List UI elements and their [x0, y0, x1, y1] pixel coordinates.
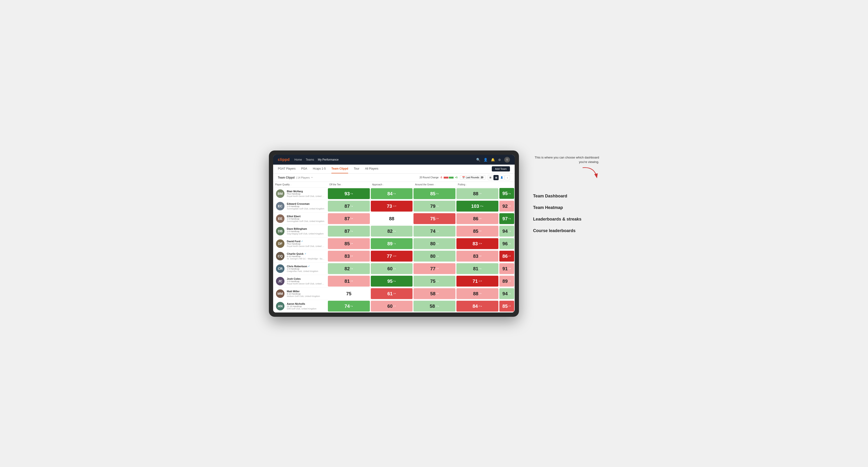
score-delta: 1▲	[436, 230, 439, 232]
score-value: 87	[345, 229, 350, 234]
score-delta: 4▲	[393, 230, 396, 232]
score-box: 801▲	[413, 251, 456, 261]
annotation-items: Team DashboardTeam HeatmapLeaderboards &…	[533, 194, 599, 233]
table-row: CQCharlie Quick✓6-10 HandicapSt. George'…	[273, 250, 515, 262]
score-delta: 4▼	[508, 305, 511, 307]
score-cell-putting: 963▲	[499, 237, 515, 250]
score-value: 85	[502, 304, 507, 309]
score-change: 3▼	[350, 255, 353, 257]
player-avatar[interactable]: DF	[276, 239, 284, 248]
nav-link-myperformance[interactable]: My Performance	[318, 157, 338, 162]
score-delta: 21▲	[478, 305, 483, 307]
score-value: 80	[430, 254, 435, 258]
table-row: EEElliot Ebert1-5 HandicapSunningdale Go…	[273, 212, 515, 225]
player-avatar[interactable]: CQ	[276, 252, 284, 260]
view-grid-button[interactable]: ⊞	[488, 175, 493, 180]
score-change: 15▲	[480, 205, 484, 207]
score-value: 83	[473, 254, 478, 258]
score-change: 2▲	[393, 267, 396, 270]
player-club: Craigmillar Park, United Kingdom	[287, 270, 324, 272]
score-delta: 6▼	[479, 217, 482, 220]
player-handicap: 11-15 Handicap	[287, 305, 324, 308]
view-download-button[interactable]: ↓	[505, 175, 510, 180]
player-avatar[interactable]: JC	[276, 277, 284, 285]
bell-icon[interactable]: 🔔	[491, 158, 495, 161]
score-value: 88	[473, 191, 478, 196]
player-club: Drift Golf Club, United Kingdom	[287, 308, 324, 310]
score-delta: 10▲	[436, 305, 439, 307]
score-change: 3▲	[508, 242, 511, 245]
player-avatar[interactable]: EC	[276, 202, 284, 210]
subnav-pgat[interactable]: PGAT Players	[278, 165, 296, 173]
last-rounds-button[interactable]: 📅 Last Rounds: 20	[460, 175, 486, 180]
settings-icon[interactable]: ⊕	[498, 158, 501, 161]
tablet-screen: clippd Home Teams My Performance 🔍 👤 🔔 ⊕…	[273, 155, 515, 312]
avatar[interactable]: U	[504, 157, 510, 162]
player-cell-9: ANAaron Nicholls11-15 HandicapDrift Golf…	[273, 300, 328, 312]
nav-link-home[interactable]: Home	[294, 157, 302, 162]
sub-nav: PGAT Players PGA Hcaps 1-5 Team Clippd T…	[273, 165, 515, 174]
view-heatmap-button[interactable]: ▦	[493, 175, 499, 180]
verified-icon: ✓	[305, 253, 306, 255]
score-value: 60	[387, 266, 393, 271]
pos-label: +5	[455, 176, 458, 179]
player-club: Sunningdale Golf Club, United Kingdom	[287, 220, 324, 222]
view-person-button[interactable]: 👤	[499, 175, 504, 180]
score-cell-around-green: 853▼	[456, 225, 499, 237]
sort-arrow-player[interactable]: ↓	[290, 184, 291, 186]
score-box: 803▲	[413, 238, 456, 249]
score-value: 61	[387, 291, 393, 296]
subnav-allplayers[interactable]: All Players	[365, 165, 378, 173]
score-value: 83	[472, 241, 478, 246]
nav-bar: clippd Home Teams My Performance 🔍 👤 🔔 ⊕…	[273, 155, 515, 165]
score-box: 873▼	[328, 213, 370, 224]
add-team-button[interactable]: Add Team	[492, 166, 510, 172]
score-change: 1▼	[479, 192, 482, 195]
score-change: 6▲	[393, 192, 396, 195]
score-delta: 3▼	[508, 267, 511, 270]
score-box: 975▲	[499, 213, 514, 224]
score-box: 866▼	[456, 213, 498, 224]
score-cell-approach: 741▲	[413, 225, 456, 237]
profile-icon[interactable]: 👤	[484, 158, 488, 161]
player-avatar[interactable]: EE	[276, 214, 284, 223]
subnav-pga[interactable]: PGA	[301, 165, 307, 173]
score-change: 4▲	[393, 230, 396, 232]
table-header: Player Quality ↓ Off the Tee ↓ Approach …	[273, 182, 515, 187]
player-name: David Ford✓	[287, 240, 324, 243]
table-row: BMBlair McHargPlus HandicapRoyal North D…	[273, 187, 515, 200]
score-change: 3▼	[350, 280, 353, 282]
subnav-teamclippd[interactable]: Team Clippd	[331, 165, 348, 173]
player-club: Royal North Devon Golf Club, United King…	[287, 283, 324, 285]
score-cell-player-quality: 853▼	[328, 237, 370, 250]
score-value: 87	[345, 216, 350, 221]
score-value: 97	[502, 216, 507, 221]
player-avatar[interactable]: CR	[276, 264, 284, 273]
subnav-tour[interactable]: Tour	[354, 165, 359, 173]
score-value: 77	[387, 254, 392, 258]
score-box: 881▼	[456, 188, 498, 199]
score-box: 868▼	[499, 251, 514, 261]
edit-icon[interactable]: ✏	[311, 176, 313, 179]
player-name: Blair McHarg	[287, 190, 324, 193]
nav-link-teams[interactable]: Teams	[306, 157, 314, 162]
score-delta: 6▼	[479, 255, 482, 257]
th-approach: Approach ↓	[370, 182, 413, 187]
subnav-hcaps[interactable]: Hcaps 1-5	[313, 165, 326, 173]
search-icon[interactable]: 🔍	[476, 158, 480, 161]
score-delta: 4▲	[479, 267, 482, 270]
score-box: 892▼	[499, 276, 514, 286]
player-avatar[interactable]: MM	[276, 289, 284, 298]
calendar-icon: 📅	[462, 176, 465, 179]
score-cell-putting: 975▲	[499, 212, 515, 225]
player-avatar[interactable]: BM	[276, 189, 284, 198]
player-avatar[interactable]: AN	[276, 302, 284, 310]
logo: clippd	[278, 158, 290, 162]
score-box: 874▲	[328, 226, 370, 237]
score-cell-player-quality: 75	[328, 287, 370, 300]
score-value: 58	[430, 304, 435, 309]
player-avatar[interactable]: DB	[276, 227, 284, 236]
score-change: 1▼	[393, 305, 396, 307]
score-change: 3▲	[350, 267, 353, 270]
score-cell-putting: 913▼	[499, 262, 515, 275]
